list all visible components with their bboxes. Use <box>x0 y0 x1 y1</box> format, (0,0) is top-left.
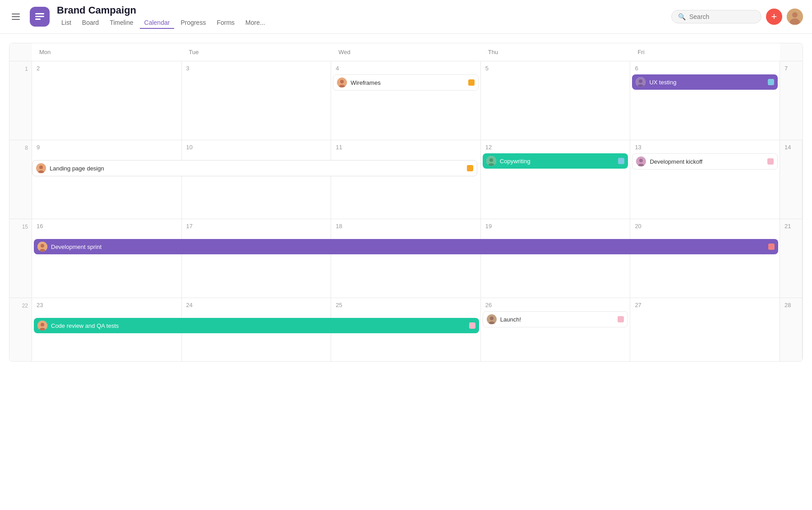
event-ux-testing[interactable]: UX testing <box>632 74 778 90</box>
day-num-28: 28 <box>780 302 802 311</box>
code-review-dot <box>469 322 475 329</box>
event-dev-sprint-wrapper: Development sprint <box>34 239 778 254</box>
avatar-dev-sprint <box>37 242 47 252</box>
events-area-13: Development kickoff <box>630 153 780 170</box>
tab-forms[interactable]: Forms <box>212 17 239 29</box>
day-header-tue: Tue <box>182 43 332 61</box>
svg-point-25 <box>490 317 494 320</box>
day-cell-6: 6 UX testing <box>630 61 780 140</box>
add-button[interactable]: + <box>766 9 782 25</box>
events-area-6: UX testing <box>630 74 780 90</box>
event-ux-testing-label: UX testing <box>649 79 764 86</box>
day-num-16: 16 <box>32 223 181 232</box>
avatar-copywriting <box>486 156 496 166</box>
svg-rect-1 <box>35 16 44 17</box>
event-dev-kickoff[interactable]: Development kickoff <box>632 153 778 170</box>
search-box[interactable]: 🔍 <box>671 10 761 23</box>
day-num-21: 21 <box>780 223 802 232</box>
events-area-12: Copywriting <box>481 153 630 169</box>
event-code-review[interactable]: Code review and QA tests <box>34 318 479 333</box>
day-num-25: 25 <box>331 302 480 311</box>
day-header-mon: Mon <box>32 43 182 61</box>
day-cell-19: 19 <box>481 219 631 298</box>
day-cell-21: 21 <box>780 219 803 298</box>
tab-list[interactable]: List <box>57 17 76 29</box>
app-header: Brand Campaign List Board Timeline Calen… <box>0 0 812 34</box>
day-num-5: 5 <box>481 65 630 74</box>
header-right: 🔍 + <box>671 9 803 25</box>
event-copywriting[interactable]: Copywriting <box>483 153 628 169</box>
day-num-26: 26 <box>481 302 630 311</box>
day-num-11: 11 <box>331 144 480 153</box>
day-cell-13: 13 Development kickoff <box>630 140 780 219</box>
event-dev-kickoff-label: Development kickoff <box>650 158 764 165</box>
wireframes-dot <box>468 79 475 86</box>
week-row-3: 15 16 17 18 19 20 21 <box>9 219 803 298</box>
tab-more[interactable]: More... <box>241 17 270 29</box>
search-input[interactable] <box>689 13 755 20</box>
week-num-3: 15 <box>9 219 32 298</box>
day-cell-17: 17 <box>182 219 332 298</box>
svg-rect-2 <box>35 18 41 20</box>
week-num-1: 1 <box>9 61 32 140</box>
day-num-10: 10 <box>182 144 331 153</box>
menu-button[interactable] <box>9 11 23 23</box>
day-cell-2: 2 <box>32 61 182 140</box>
event-wireframes[interactable]: Wireframes <box>333 74 479 91</box>
day-num-27: 27 <box>630 302 780 311</box>
day-cell-5: 5 <box>481 61 631 140</box>
day-num-20: 20 <box>630 223 780 232</box>
week-num-header <box>9 43 32 61</box>
svg-point-28 <box>41 323 44 326</box>
day-num-19: 19 <box>481 223 630 232</box>
calendar-container: Mon Tue Wed Thu Fri 1 2 3 4 <box>0 34 812 362</box>
day-num-13: 13 <box>630 144 780 153</box>
day-cell-16: 16 <box>32 219 182 298</box>
dev-sprint-dot <box>768 244 775 250</box>
day-num-12: 12 <box>481 144 630 153</box>
day-num-9: 9 <box>32 144 181 153</box>
event-launch-label: Launch! <box>500 316 614 323</box>
launch-dot <box>618 316 624 322</box>
event-landing-span-wrapper: Landing page design <box>32 160 477 176</box>
week-row-2: 8 9 10 11 12 Copyw <box>9 140 803 219</box>
title-nav-area: Brand Campaign List Board Timeline Calen… <box>57 5 270 29</box>
event-code-review-label: Code review and QA tests <box>51 322 256 329</box>
day-cell-11: 11 <box>331 140 481 219</box>
events-area-4: Wireframes <box>331 74 480 91</box>
tab-board[interactable]: Board <box>78 17 103 29</box>
svg-point-4 <box>792 12 798 18</box>
day-cell-3: 3 <box>182 61 332 140</box>
app-icon <box>30 7 50 27</box>
landing-dot <box>467 165 473 171</box>
svg-point-13 <box>489 158 493 162</box>
svg-point-7 <box>340 80 344 83</box>
day-cell-9: 9 <box>32 140 182 219</box>
avatar <box>787 9 803 25</box>
day-cell-4: 4 Wireframes <box>331 61 481 140</box>
copywriting-dot <box>618 158 624 164</box>
tab-timeline[interactable]: Timeline <box>105 17 138 29</box>
day-num-23: 23 <box>32 302 181 311</box>
event-dev-sprint[interactable]: Development sprint <box>34 239 778 254</box>
search-icon: 🔍 <box>678 13 686 20</box>
day-num-14: 14 <box>780 144 802 153</box>
day-num-4: 4 <box>331 65 480 74</box>
svg-point-22 <box>41 244 44 248</box>
tab-progress[interactable]: Progress <box>176 17 210 29</box>
day-header-wed: Wed <box>331 43 481 61</box>
day-num-7: 7 <box>780 65 803 74</box>
event-landing-page[interactable]: Landing page design <box>32 160 477 176</box>
day-headers: Mon Tue Wed Thu Fri <box>9 43 803 61</box>
day-cell-14: 14 <box>780 140 803 219</box>
week-num-4: 22 <box>9 298 32 361</box>
avatar-launch <box>487 314 497 324</box>
tab-calendar[interactable]: Calendar <box>140 17 175 29</box>
project-title: Brand Campaign <box>57 5 270 16</box>
day-cell-18: 18 <box>331 219 481 298</box>
week-row-1: 1 2 3 4 Wireframes <box>9 61 803 140</box>
day-cell-7: 7 <box>780 61 803 140</box>
event-launch[interactable]: Launch! <box>483 311 628 327</box>
avatar-wireframes <box>337 78 347 87</box>
day-num-17: 17 <box>182 223 331 232</box>
